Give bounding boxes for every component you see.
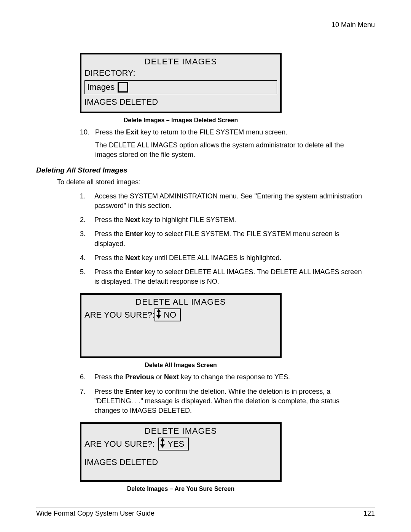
panel3-value-box: YES	[158, 438, 189, 451]
panel1-images-entry: Images	[84, 80, 277, 94]
step-number: 4.	[80, 253, 89, 263]
screen-delete-images-deleted: DELETE IMAGES DIRECTORY: Images IMAGES D…	[80, 53, 282, 113]
svg-marker-0	[156, 309, 161, 319]
screen-delete-images-are-you-sure: DELETE IMAGES ARE YOU SURE?: YES IMAGES …	[80, 422, 282, 482]
caption-2: Delete All Images Screen	[80, 362, 282, 369]
step-number: 5.	[80, 267, 89, 286]
panel3-status: IMAGES DELETED	[84, 457, 277, 468]
step-text: Access the SYSTEM ADMINISTRATION menu. S…	[94, 192, 367, 211]
list-item: 7.Press the Enter key to confirm the del…	[80, 387, 367, 416]
list-item: 1.Access the SYSTEM ADMINISTRATION menu.…	[80, 192, 367, 211]
step-text: Press the Enter key to select FILE SYSTE…	[94, 229, 367, 248]
step-number: 1.	[80, 192, 89, 211]
step-10-number: 10.	[80, 128, 91, 137]
step-10-paragraph: The DELETE ALL IMAGES option allows the …	[95, 141, 367, 159]
panel3-are-label: ARE YOU SURE?:	[84, 439, 155, 449]
footer-page-number: 121	[363, 510, 375, 518]
page-footer: Wide Format Copy System User Guide 121	[36, 508, 375, 518]
steps-list-b: 6.Press the Previous or Next key to chan…	[80, 372, 367, 415]
step-number: 2.	[80, 215, 89, 225]
footer-left: Wide Format Copy System User Guide	[36, 510, 155, 518]
panel3-are-you-sure: ARE YOU SURE?: YES	[84, 437, 277, 451]
panel2-are-you-sure: ARE YOU SURE?: NO	[84, 308, 277, 322]
steps-list-a: 1.Access the SYSTEM ADMINISTRATION menu.…	[80, 192, 367, 287]
panel2-title: DELETE ALL IMAGES	[84, 296, 277, 308]
caption-1: Delete Images – Images Deleted Screen	[80, 117, 282, 124]
panel2-value-box: NO	[155, 308, 181, 321]
panel1-images-label: Images	[87, 82, 115, 92]
panel1-title: DELETE IMAGES	[84, 56, 277, 67]
step-text: Press the Next key until DELETE ALL IMAG…	[94, 253, 282, 263]
step-text: Press the Enter key to select DELETE ALL…	[94, 267, 367, 286]
screen-delete-all-images: DELETE ALL IMAGES ARE YOU SURE?: NO	[80, 293, 282, 358]
panel2-value: NO	[164, 310, 176, 320]
panel1-status: IMAGES DELETED	[84, 96, 277, 108]
panel2-are-label: ARE YOU SURE?:	[84, 310, 155, 320]
step-number: 6.	[80, 372, 89, 382]
up-down-arrow-icon	[160, 438, 165, 450]
page-header: 10 Main Menu	[36, 21, 375, 30]
header-right: 10 Main Menu	[331, 21, 375, 29]
section-heading: Deleting All Stored Images	[36, 166, 375, 174]
step-text: Press the Previous or Next key to change…	[94, 372, 290, 382]
step-number: 7.	[80, 387, 89, 416]
list-item: 2.Press the Next key to highlight FILE S…	[80, 215, 367, 225]
panel3-title: DELETE IMAGES	[84, 425, 277, 437]
step-10-text: Press the Exit key to return to the FILE…	[95, 128, 287, 137]
list-item: 5.Press the Enter key to select DELETE A…	[80, 267, 367, 286]
panel3-value: YES	[167, 439, 184, 449]
svg-marker-1	[160, 438, 165, 448]
intro-text: To delete all stored images:	[57, 178, 375, 186]
caption-3: Delete Images – Are You Sure Screen	[80, 486, 282, 492]
list-item: 6.Press the Previous or Next key to chan…	[80, 372, 367, 382]
step-text: Press the Next key to highlight FILE SYS…	[94, 215, 236, 225]
step-10: 10. Press the Exit key to return to the …	[80, 128, 367, 137]
up-down-arrow-icon	[156, 309, 161, 321]
step-number: 3.	[80, 229, 89, 248]
list-item: 3.Press the Enter key to select FILE SYS…	[80, 229, 367, 248]
step-text: Press the Enter key to confirm the delet…	[94, 387, 367, 416]
checkbox-icon	[118, 82, 128, 93]
list-item: 4.Press the Next key until DELETE ALL IM…	[80, 253, 367, 263]
panel1-directory-label: DIRECTORY:	[84, 67, 277, 79]
